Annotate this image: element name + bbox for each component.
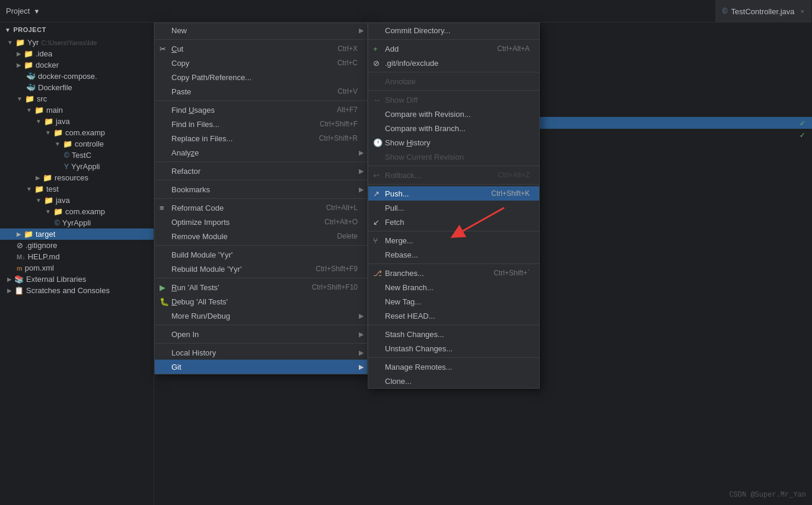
title-bar: Project ▼ © TestController.java × [0, 0, 812, 23]
menu-item-morerun[interactable]: More Run/Debug ▶ [155, 309, 367, 323]
tree-item-docker[interactable]: ▶ 📁 docker [0, 59, 154, 71]
tree-item-test-java[interactable]: ▼ 📁 java [0, 195, 154, 206]
tree-item-pomxml[interactable]: m pom.xml [0, 262, 154, 274]
tree-item-helpmd[interactable]: M↓ HELP.md [0, 251, 154, 262]
ext-libs-icon: 📚 [14, 275, 24, 284]
submenu-clone[interactable]: Clone... [368, 374, 539, 388]
ext-libs-arrow: ▶ [7, 276, 12, 282]
submenu-showdiff: ↔ Show Diff [368, 93, 539, 107]
submenu-pull[interactable]: Pull... [368, 201, 539, 215]
tree-item-scratches[interactable]: ▶ 📋 Scratches and Consoles [0, 285, 154, 296]
menu-item-findusages[interactable]: Find Usages Alt+F7 [155, 103, 367, 117]
tree-item-controller[interactable]: ▼ 📁 controlle [0, 138, 154, 150]
submenu-comparewithbranch[interactable]: Compare with Branch... [368, 121, 539, 135]
main-arrow: ▼ [26, 107, 32, 113]
tree-item-idea[interactable]: ▶ 📁 .idea [0, 48, 154, 59]
menu-item-debug[interactable]: 🐛 Debug 'All Tests' [155, 294, 367, 309]
docker-compose-icon: 🐳 [26, 72, 36, 81]
resethead-label: Reset HEAD... [385, 312, 435, 320]
resources-label: resources [55, 173, 88, 182]
menu-item-analyze[interactable]: Analyze ▶ [155, 145, 367, 160]
submenu-resethead[interactable]: Reset HEAD... [368, 309, 539, 323]
new-label: New [171, 26, 187, 35]
menu-item-git[interactable]: Git ▶ [155, 360, 367, 374]
findinfiles-label: Find in Files... [171, 120, 219, 129]
comexamp-arrow: ▼ [45, 129, 51, 136]
gutter-check-icon-1: ✓ [800, 118, 805, 128]
analyze-label: Analyze [171, 148, 199, 157]
menu-item-removemodule[interactable]: Remove Module Delete [155, 229, 367, 243]
submenu-fetch[interactable]: ↙ Fetch [368, 215, 539, 229]
tree-item-src[interactable]: ▼ 📁 src [0, 93, 154, 104]
idea-label: .idea [36, 49, 52, 58]
tree-item-resources[interactable]: ▶ 📁 resources [0, 172, 154, 183]
menu-item-buildmodule[interactable]: Build Module 'Yyr' [155, 247, 367, 262]
rollback-shortcut: Ctrl+Alt+Z [486, 171, 530, 179]
menu-item-reformatcode[interactable]: ≡ Reformat Code Ctrl+Alt+L [155, 201, 367, 215]
menu-item-copy[interactable]: Copy Ctrl+C [155, 56, 367, 70]
menu-item-localhistory[interactable]: Local History ▶ [155, 345, 367, 360]
tree-item-ext-libs[interactable]: ▶ 📚 External Libraries [0, 274, 154, 285]
tree-root[interactable]: ▼ 📁 Yyr C:\Users\Yanss\Ide [0, 37, 154, 48]
debug-icon: 🐛 [160, 297, 169, 306]
new-submenu-arrow: ▶ [359, 27, 364, 34]
submenu-comparewithrevision[interactable]: Compare with Revision... [368, 107, 539, 121]
submenu-manageremotes[interactable]: Manage Remotes... [368, 360, 539, 374]
menu-item-refactor[interactable]: Refactor ▶ [155, 164, 367, 178]
tree-item-comexamp[interactable]: ▼ 📁 com.examp [0, 127, 154, 138]
tree-item-dockerfile[interactable]: 🐳 Dockerfile [0, 82, 154, 93]
tree-item-test-comexamp[interactable]: ▼ 📁 com.examp [0, 206, 154, 217]
menu-item-new[interactable]: New ▶ [155, 23, 367, 37]
submenu-newtag[interactable]: New Tag... [368, 294, 539, 309]
comparewithrevision-label: Compare with Revision... [385, 110, 471, 119]
tree-item-main[interactable]: ▼ 📁 main [0, 104, 154, 116]
sidebar: ▼ Project ▼ 📁 Yyr C:\Users\Yanss\Ide ▶ 📁… [0, 23, 154, 505]
tree-item-test-yyrappli[interactable]: © YyrAppli [0, 217, 154, 228]
git-label: Git [171, 363, 181, 371]
submenu-merge[interactable]: ⑂ Merge... [368, 233, 539, 247]
menu-item-optimizeimports[interactable]: Optimize Imports Ctrl+Alt+O [155, 215, 367, 229]
replaceinfiles-shortcut: Ctrl+Shift+R [307, 134, 358, 142]
showdiff-icon: ↔ [373, 96, 381, 104]
submenu-showhistory[interactable]: 🕐 Show History [368, 135, 539, 150]
add-icon: + [373, 45, 378, 53]
submenu-add[interactable]: + Add Ctrl+Alt+A [368, 42, 539, 56]
submenu-rebase[interactable]: Rebase... [368, 247, 539, 262]
tree-item-target[interactable]: ▶ 📁 target [0, 228, 154, 240]
tree-item-yyrappli[interactable]: Y YyrAppli [0, 161, 154, 172]
collapse-arrow[interactable]: ▼ [5, 27, 11, 33]
openin-arrow: ▶ [359, 331, 364, 338]
tree-item-docker-compose[interactable]: 🐳 docker-compose. [0, 71, 154, 82]
submenu-branches[interactable]: ⎇ Branches... Ctrl+Shift+` [368, 266, 539, 280]
menu-item-rebuildmodule[interactable]: Rebuild Module 'Yyr' Ctrl+Shift+F9 [155, 262, 367, 276]
menu-item-cut[interactable]: ✂ Cut Ctrl+X [155, 42, 367, 56]
tab-testcontroller[interactable]: © TestController.java × [715, 0, 812, 23]
submenu-gitinfoexclude[interactable]: ⊘ .git/info/exclude [368, 56, 539, 70]
pull-label: Pull... [385, 204, 405, 212]
menu-item-paste[interactable]: Paste Ctrl+V [155, 84, 367, 99]
tree-item-java[interactable]: ▼ 📁 java [0, 116, 154, 127]
menu-item-openin[interactable]: Open In ▶ [155, 327, 367, 341]
newbranch-label: New Branch... [385, 283, 434, 292]
submenu-commitdir[interactable]: Commit Directory... [368, 23, 539, 37]
separator-1 [155, 39, 367, 40]
project-title[interactable]: Project ▼ [6, 7, 40, 15]
analyze-arrow: ▶ [359, 149, 364, 157]
tree-item-gitignore[interactable]: ⊘ .gitignore [0, 240, 154, 251]
menu-item-replaceinfiles[interactable]: Replace in Files... Ctrl+Shift+R [155, 131, 367, 145]
tree-item-test[interactable]: ▼ 📁 test [0, 183, 154, 195]
root-path: C:\Users\Yanss\Ide [41, 39, 97, 46]
submenu-stash[interactable]: Stash Changes... [368, 327, 539, 341]
tab-close-icon[interactable]: × [801, 8, 804, 15]
submenu-unstash[interactable]: Unstash Changes... [368, 341, 539, 355]
test-yyrappli-icon: © [55, 219, 60, 227]
tree-item-testc[interactable]: © TestC [0, 150, 154, 161]
git-arrow: ▶ [359, 363, 364, 371]
menu-item-bookmarks[interactable]: Bookmarks ▶ [155, 182, 367, 196]
submenu-push[interactable]: ↗ Push... Ctrl+Shift+K [368, 186, 539, 201]
submenu-newbranch[interactable]: New Branch... [368, 280, 539, 294]
menu-item-copypath[interactable]: Copy Path/Reference... [155, 70, 367, 84]
menu-item-findinfiles[interactable]: Find in Files... Ctrl+Shift+F [155, 117, 367, 131]
menu-item-run[interactable]: ▶ Run 'All Tests' Ctrl+Shift+F10 [155, 280, 367, 294]
dockerfile-icon: 🐳 [26, 83, 36, 92]
